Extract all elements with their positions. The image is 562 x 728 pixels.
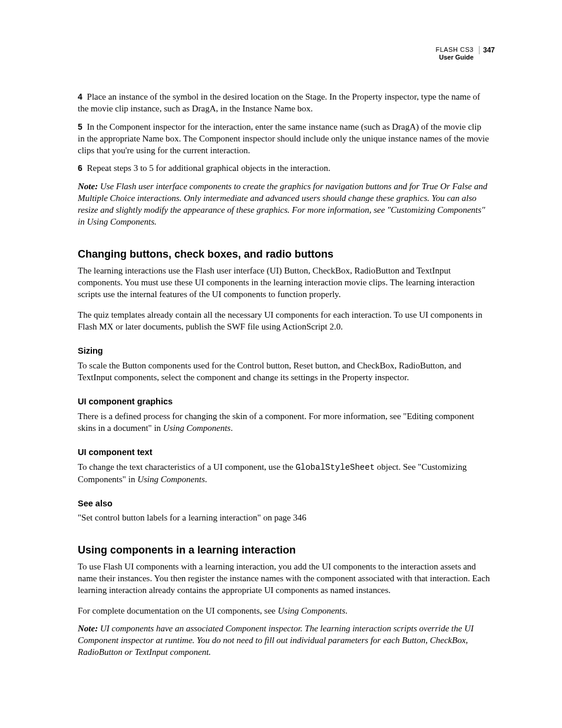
heading-graphics: UI component graphics (78, 396, 490, 408)
note-label: Note: (78, 624, 98, 633)
changing-p2: The quiz templates already contain all t… (78, 309, 490, 333)
using-p2-pre: For complete documentation on the UI com… (78, 606, 278, 615)
step-number: 4 (78, 92, 82, 101)
page-content: 4 Place an instance of the symbol in the… (78, 91, 490, 664)
heading-sizing: Sizing (78, 345, 490, 357)
using-p2: For complete documentation on the UI com… (78, 605, 490, 617)
heading-using: Using components in a learning interacti… (78, 543, 490, 557)
using-p2-ital: Using Components (278, 606, 346, 615)
note-body: Use Flash user interface components to c… (78, 182, 487, 227)
step-5: 5 In the Component inspector for the int… (78, 121, 490, 157)
step-text: In the Component inspector for the inter… (78, 122, 489, 156)
text-p-ital: Using Components (137, 475, 205, 484)
step-6: 6 Repeat steps 3 to 5 for additional gra… (78, 162, 490, 174)
see-also-link[interactable]: "Set control button labels for a learnin… (78, 512, 490, 523)
graphics-p-ital: Using Components (163, 423, 231, 433)
step-4: 4 Place an instance of the symbol in the… (78, 91, 490, 115)
text-p-pre: To change the text characteristics of a … (78, 462, 296, 472)
heading-changing: Changing buttons, check boxes, and radio… (78, 247, 490, 261)
step-text: Repeat steps 3 to 5 for additional graph… (87, 163, 330, 173)
heading-text: UI component text (78, 447, 490, 459)
text-p-code: GlobalStyleSheet (296, 463, 375, 472)
changing-p1: The learning interactions use the Flash … (78, 265, 490, 301)
note-body: UI components have an associated Compone… (78, 624, 474, 657)
page-number: 347 (479, 46, 495, 54)
running-header: FLASH CS3 User Guide 347 (0, 46, 495, 61)
step-text: Place an instance of the symbol in the d… (78, 92, 480, 113)
text-p: To change the text characteristics of a … (78, 461, 490, 485)
header-product: FLASH CS3 (435, 46, 473, 53)
using-p1: To use Flash UI components with a learni… (78, 561, 490, 597)
step-number: 5 (78, 122, 82, 131)
heading-see-also: See also (78, 498, 490, 510)
header-left-block: FLASH CS3 User Guide (435, 46, 473, 61)
sizing-p: To scale the Button components used for … (78, 360, 490, 384)
graphics-p: There is a defined process for changing … (78, 410, 490, 434)
step-number: 6 (78, 163, 82, 173)
note-2: Note: UI components have an associated C… (78, 622, 490, 658)
graphics-p-pre: There is a defined process for changing … (78, 411, 474, 433)
text-p-post: . (205, 475, 207, 484)
header-guide: User Guide (439, 54, 474, 61)
note-1: Note: Use Flash user interface component… (78, 180, 490, 228)
document-page: FLASH CS3 User Guide 347 4 Place an inst… (0, 0, 562, 728)
note-label: Note: (78, 182, 98, 191)
using-p2-post: . (345, 606, 348, 615)
graphics-p-post: . (230, 423, 233, 433)
